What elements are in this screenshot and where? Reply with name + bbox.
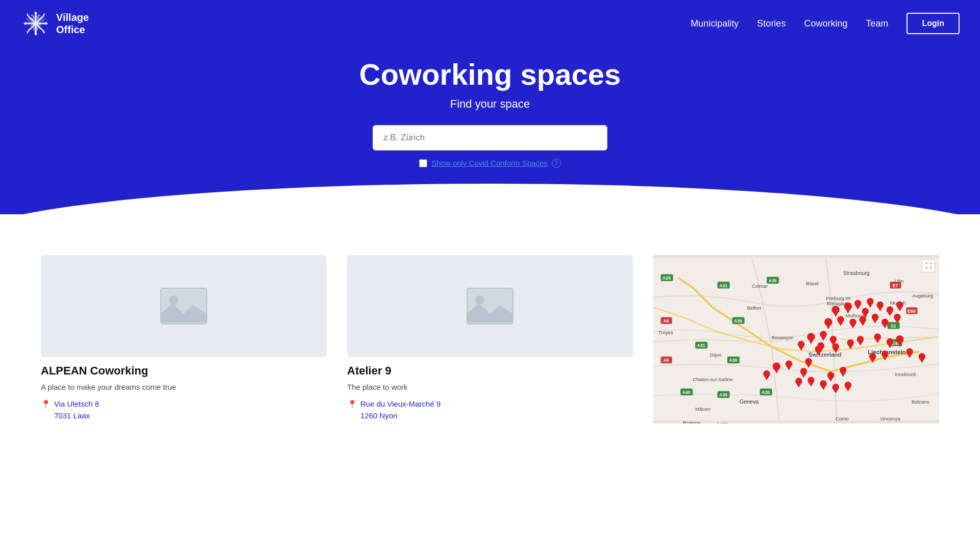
covid-help-icon[interactable]: ? [552, 159, 561, 168]
svg-text:A6: A6 [664, 358, 669, 363]
svg-text:Switzerland: Switzerland [808, 352, 841, 358]
covid-label[interactable]: Show only Covid Conform Spaces [431, 159, 548, 167]
image-placeholder-icon [158, 286, 209, 327]
map-expand-button[interactable]: ⛶ [922, 259, 935, 272]
svg-text:Chalon-sur-Saône: Chalon-sur-Saône [693, 377, 732, 382]
nav: Municipality Stories Coworking Team Logi… [691, 13, 960, 34]
coworking-card-2[interactable]: Atelier 9 The place to work 📍 Rue du Vie… [347, 255, 633, 421]
svg-text:Mâcon: Mâcon [695, 406, 710, 412]
covid-filter-row: Show only Covid Conform Spaces ? [419, 159, 561, 168]
svg-text:Bolzano: Bolzano [912, 399, 929, 405]
nav-municipality[interactable]: Municipality [691, 18, 739, 29]
svg-point-6 [35, 33, 37, 35]
covid-checkbox[interactable] [419, 159, 427, 167]
svg-text:Troyes: Troyes [658, 330, 673, 335]
search-input[interactable] [373, 125, 607, 151]
hero-title: Coworking spaces [359, 57, 621, 91]
svg-text:Como: Como [836, 416, 849, 421]
svg-text:A6: A6 [664, 318, 669, 323]
nav-stories[interactable]: Stories [757, 18, 786, 29]
svg-text:A26: A26 [762, 390, 770, 395]
svg-text:A39: A39 [729, 358, 737, 363]
svg-text:Augsburg: Augsburg [912, 293, 933, 298]
map-placeholder: Strasbourg Ulm Augsburg Munich Freiburg … [653, 255, 939, 423]
svg-point-12 [475, 295, 484, 305]
logo[interactable]: Village Office [20, 8, 89, 39]
svg-point-7 [24, 22, 27, 25]
svg-point-8 [45, 22, 47, 25]
svg-text:A31: A31 [719, 283, 727, 288]
svg-text:Basel: Basel [806, 281, 818, 286]
nav-coworking[interactable]: Coworking [804, 18, 847, 29]
svg-text:Dijon: Dijon [710, 352, 721, 358]
svg-text:E60: E60 [908, 309, 916, 314]
map-svg: Strasbourg Ulm Augsburg Munich Freiburg … [653, 255, 939, 423]
card-2-address-text: Rue du Vieux-Marché 9 1260 Nyon [360, 398, 440, 421]
pin-icon: 📍 [41, 399, 51, 409]
svg-text:S1: S1 [891, 323, 896, 329]
svg-text:Besançon: Besançon [772, 335, 794, 340]
svg-text:Belfort: Belfort [747, 305, 761, 311]
map-container[interactable]: Strasbourg Ulm Augsburg Munich Freiburg … [653, 255, 939, 423]
login-button[interactable]: Login [906, 13, 960, 34]
logo-icon [20, 8, 51, 39]
card-2-description: The place to work [347, 383, 633, 391]
card-1-description: A place to make your dreams come true [41, 383, 327, 391]
svg-text:Geneva: Geneva [740, 398, 758, 405]
card-1-image [41, 255, 327, 357]
svg-text:Colmar: Colmar [752, 283, 768, 289]
card-1-address: 📍 Via Uletsch 8 7031 Laax [41, 398, 327, 421]
card-2-image [347, 255, 633, 357]
svg-point-10 [169, 295, 178, 305]
main-content: ALPEAN Coworking A place to make your dr… [0, 214, 980, 444]
svg-text:A40: A40 [682, 390, 691, 395]
logo-text: Village Office [56, 11, 89, 36]
svg-text:A36: A36 [734, 318, 742, 323]
image-placeholder-icon-2 [464, 286, 516, 327]
svg-text:Breisgau: Breisgau [827, 300, 846, 306]
pin-icon-2: 📍 [347, 399, 357, 409]
coworking-card-1[interactable]: ALPEAN Coworking A place to make your dr… [41, 255, 327, 421]
svg-text:A31: A31 [697, 343, 705, 348]
card-2-address: 📍 Rue du Vieux-Marché 9 1260 Nyon [347, 398, 633, 421]
header: Village Office Municipality Stories Cowo… [0, 0, 980, 47]
svg-text:E7: E7 [893, 283, 898, 288]
svg-text:Freiburg im: Freiburg im [826, 295, 851, 301]
svg-point-5 [35, 12, 37, 15]
svg-text:Lyon: Lyon [718, 421, 728, 423]
svg-text:Strasbourg: Strasbourg [843, 270, 870, 276]
nav-team[interactable]: Team [866, 18, 888, 29]
svg-text:Roanne: Roanne [683, 420, 700, 423]
card-1-address-text: Via Uletsch 8 7031 Laax [54, 398, 99, 421]
svg-text:A26: A26 [663, 276, 671, 281]
svg-text:A39: A39 [719, 392, 727, 397]
hero-subtitle: Find your space [450, 97, 530, 111]
svg-text:Vincenza: Vincenza [880, 416, 900, 421]
card-2-title: Atelier 9 [347, 364, 633, 378]
svg-text:A35: A35 [769, 278, 777, 283]
svg-text:Innsbruck: Innsbruck [895, 371, 916, 377]
card-1-title: ALPEAN Coworking [41, 364, 327, 378]
